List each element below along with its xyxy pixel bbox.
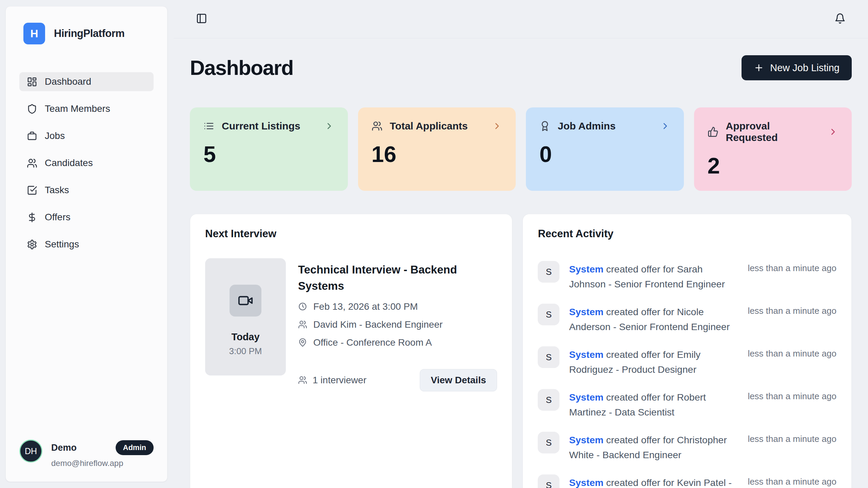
next-interview-title: Next Interview — [205, 228, 497, 240]
chevron-right-icon — [828, 127, 838, 137]
sidebar-nav-item-label: Offers — [45, 212, 71, 223]
interviewer-count: 1 interviewer — [298, 375, 367, 386]
clock-icon — [298, 302, 307, 311]
sidebar-nav-item[interactable]: Dashboard — [19, 72, 154, 91]
dollar-icon — [27, 212, 37, 223]
activity-text: System created offer for Christopher Whi… — [569, 432, 738, 462]
role-badge: Admin — [116, 440, 154, 455]
map-pin-icon — [298, 338, 307, 347]
activity-actor-link[interactable]: System — [569, 264, 603, 274]
activity-list: S System created offer for Sarah Johnson… — [538, 261, 836, 488]
activity-avatar: S — [538, 346, 559, 368]
activity-avatar: S — [538, 304, 559, 325]
activity-avatar: S — [538, 261, 559, 283]
briefcase-icon — [27, 131, 37, 141]
activity-list-item: S System created offer for Kevin Patel -… — [538, 474, 836, 488]
activity-text: System created offer for Sarah Johnson -… — [569, 261, 738, 291]
stat-card[interactable]: Approval Requested 2 — [694, 107, 852, 191]
activity-list-item: S System created offer for Nicole Anders… — [538, 304, 836, 334]
sidebar-nav-item[interactable]: Team Members — [19, 99, 154, 118]
recent-activity-card: Recent Activity S System created offer f… — [522, 214, 852, 488]
page-title: Dashboard — [190, 56, 293, 80]
award-icon — [539, 121, 550, 131]
video-icon-box — [230, 285, 261, 317]
view-details-button[interactable]: View Details — [420, 369, 497, 391]
activity-text: System created offer for Kevin Patel - D… — [569, 474, 738, 488]
users-icon — [298, 320, 307, 329]
user-profile[interactable]: DH Demo Admin demo@hireflow.app — [19, 440, 154, 468]
interview-location-row: Office - Conference Room A — [298, 337, 497, 348]
interview-location: Office - Conference Room A — [313, 337, 432, 348]
sidebar-nav-item[interactable]: Candidates — [19, 154, 154, 172]
users-icon — [298, 375, 307, 385]
check-square-icon — [27, 185, 37, 196]
activity-actor-link[interactable]: System — [569, 392, 603, 403]
sidebar-nav-item-label: Jobs — [45, 130, 65, 141]
dashboard-panels: Next Interview Today 3:00 PM Technical I… — [190, 214, 852, 488]
sidebar: H HiringPlatform Dashboard Team Members … — [5, 6, 167, 482]
chevron-right-icon — [660, 121, 670, 131]
sidebar-nav-item[interactable]: Jobs — [19, 126, 154, 145]
users-icon — [372, 121, 382, 131]
sidebar-nav-item-label: Tasks — [45, 185, 69, 196]
activity-list-item: S System created offer for Robert Martin… — [538, 389, 836, 420]
stat-cards: Current Listings 5 Total Applicants 16 — [190, 107, 852, 191]
stat-card-value: 2 — [708, 153, 839, 179]
sidebar-toggle-button[interactable] — [196, 13, 207, 25]
activity-timestamp: less than a minute ago — [748, 346, 836, 359]
interview-date-tile: Today 3:00 PM — [205, 258, 286, 375]
activity-text: System created offer for Emily Rodriguez… — [569, 346, 738, 377]
topbar — [174, 0, 868, 38]
thumbs-up-icon — [708, 126, 718, 137]
main-area: Dashboard New Job Listing Current Listin… — [174, 0, 868, 488]
activity-timestamp: less than a minute ago — [748, 261, 836, 273]
activity-list-item: S System created offer for Emily Rodrigu… — [538, 346, 836, 377]
sidebar-nav-item-label: Team Members — [45, 103, 110, 114]
stat-card[interactable]: Job Admins 0 — [526, 107, 684, 191]
activity-actor-link[interactable]: System — [569, 434, 603, 445]
list-icon — [203, 121, 214, 131]
interview-candidate-row: David Kim - Backend Engineer — [298, 319, 497, 330]
new-job-listing-button[interactable]: New Job Listing — [742, 55, 852, 80]
avatar: DH — [19, 440, 42, 463]
sidebar-nav-item-label: Candidates — [45, 158, 93, 168]
sidebar-nav-item[interactable]: Tasks — [19, 181, 154, 200]
gear-icon — [27, 239, 37, 250]
activity-avatar: S — [538, 389, 559, 411]
activity-actor-link[interactable]: System — [569, 306, 603, 317]
stat-card-value: 16 — [372, 141, 502, 167]
activity-list-item: S System created offer for Christopher W… — [538, 432, 836, 462]
stat-card[interactable]: Current Listings 5 — [190, 107, 348, 191]
sidebar-nav-item[interactable]: Offers — [19, 208, 154, 227]
sidebar-nav-item-label: Dashboard — [45, 76, 91, 87]
user-name: Demo — [51, 443, 77, 453]
activity-timestamp: less than a minute ago — [748, 304, 836, 316]
sidebar-nav-item[interactable]: Settings — [19, 235, 154, 254]
stat-card-value: 5 — [203, 141, 334, 167]
plus-icon — [754, 63, 764, 73]
interview-datetime-row: Feb 13, 2026 at 3:00 PM — [298, 301, 497, 312]
next-interview-card: Next Interview Today 3:00 PM Technical I… — [190, 214, 512, 488]
stat-card-label: Total Applicants — [390, 120, 485, 132]
new-job-listing-label: New Job Listing — [770, 62, 840, 74]
stat-card-label: Job Admins — [558, 120, 653, 132]
interview-job-title: Technical Interview - Backend Systems — [298, 262, 464, 294]
chevron-right-icon — [324, 121, 334, 131]
stat-card-label: Current Listings — [222, 120, 317, 132]
app-logo-row: H HiringPlatform — [23, 23, 154, 44]
activity-avatar: S — [538, 474, 559, 488]
interview-day: Today — [231, 331, 259, 343]
notifications-button[interactable] — [834, 13, 846, 25]
panel-left-icon — [196, 13, 207, 24]
activity-avatar: S — [538, 432, 559, 453]
activity-text: System created offer for Nicole Anderson… — [569, 304, 738, 334]
stat-card-value: 0 — [539, 141, 670, 167]
users-icon — [27, 158, 37, 168]
activity-actor-link[interactable]: System — [569, 349, 603, 360]
app-name: HiringPlatform — [54, 27, 124, 40]
stat-card-label: Approval Requested — [726, 120, 821, 143]
video-camera-icon — [238, 293, 253, 308]
bell-icon — [834, 13, 846, 24]
stat-card[interactable]: Total Applicants 16 — [358, 107, 516, 191]
activity-actor-link[interactable]: System — [569, 477, 603, 488]
